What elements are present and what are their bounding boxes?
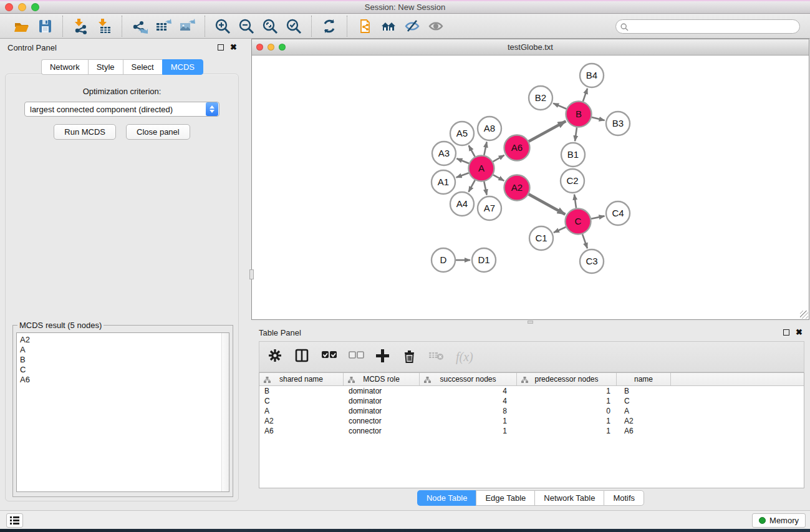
show-eye-icon[interactable] (427, 17, 445, 36)
graph-node-B4[interactable]: B4 (580, 64, 604, 87)
zoom-in-icon[interactable] (213, 17, 232, 36)
open-file-icon[interactable] (12, 17, 31, 36)
export-image-icon[interactable] (178, 17, 196, 36)
table-row[interactable]: Bdominator41B (259, 386, 804, 396)
column-header-shared-name[interactable]: shared name (259, 373, 344, 385)
graph-node-D1[interactable]: D1 (472, 248, 496, 272)
graph-node-B1[interactable]: B1 (561, 143, 585, 167)
tab-select[interactable]: Select (123, 59, 162, 75)
graph-edge-A-A6[interactable] (493, 155, 504, 162)
tab-mcds[interactable]: MCDS (162, 59, 203, 75)
task-list-button[interactable] (6, 513, 23, 528)
select-all-checks-icon[interactable] (322, 349, 338, 365)
graph-node-C4[interactable]: C4 (606, 201, 630, 225)
float-panel-icon[interactable] (218, 44, 224, 51)
run-mcds-button[interactable]: Run MCDS (54, 124, 116, 140)
tab-node-table[interactable]: Node Table (417, 490, 476, 506)
split-columns-icon[interactable] (295, 349, 311, 365)
table-close-icon[interactable]: ✖ (796, 329, 803, 336)
import-network-icon[interactable] (71, 17, 90, 36)
save-session-icon[interactable] (36, 17, 54, 36)
graph-node-C3[interactable]: C3 (580, 249, 604, 273)
network-window-titlebar[interactable]: testGlobe.txt (252, 39, 809, 56)
export-table-icon[interactable] (154, 17, 173, 36)
column-header-successor-nodes[interactable]: successor nodes (420, 373, 517, 385)
graph-node-B[interactable]: B (566, 102, 592, 127)
graph-edge-A6-B[interactable] (529, 121, 566, 141)
close-panel-button[interactable]: Close panel (126, 124, 190, 140)
delete-trash-icon[interactable] (402, 349, 418, 365)
zoom-out-icon[interactable] (237, 17, 256, 36)
vertical-splitter-handle[interactable] (249, 269, 254, 279)
graph-node-A2[interactable]: A2 (504, 175, 530, 201)
graph-node-A6[interactable]: A6 (504, 135, 530, 161)
close-panel-icon[interactable]: ✖ (230, 44, 237, 51)
graph-edge-B-B4[interactable] (583, 89, 587, 102)
graph-node-A1[interactable]: A1 (432, 170, 455, 194)
graph-edge-A-A1[interactable] (456, 173, 469, 177)
graph-node-B2[interactable]: B2 (529, 86, 552, 110)
graph-node-B3[interactable]: B3 (606, 112, 630, 135)
graph-edge-C-C1[interactable] (554, 227, 566, 233)
mcds-result-item[interactable]: B (20, 355, 229, 365)
zoom-selected-icon[interactable] (284, 17, 303, 36)
mcds-result-item[interactable]: A2 (20, 335, 229, 345)
refresh-layout-icon[interactable] (320, 17, 339, 36)
graph-edge-A-A7[interactable] (484, 181, 486, 195)
resize-grip-icon[interactable] (800, 311, 808, 319)
export-network-icon[interactable] (130, 17, 149, 36)
column-header-predecessor-nodes[interactable]: predecessor nodes (517, 373, 617, 385)
table-float-icon[interactable] (783, 329, 789, 336)
graph-node-C2[interactable]: C2 (561, 169, 584, 193)
criterion-select[interactable]: largest connected component (directed) (24, 102, 219, 117)
graph-edge-A-A2[interactable] (493, 175, 504, 181)
mcds-result-item[interactable]: C (20, 365, 229, 375)
graph-edge-B-B3[interactable] (592, 117, 605, 120)
graph-node-A4[interactable]: A4 (450, 192, 474, 216)
table-row[interactable]: A6connector11A6 (259, 426, 804, 436)
tab-network-table[interactable]: Network Table (534, 490, 604, 506)
new-network-icon[interactable] (355, 17, 374, 36)
table-row[interactable]: A2connector11A2 (259, 416, 804, 426)
tab-edge-table[interactable]: Edge Table (476, 490, 534, 506)
graph-edge-A2-C[interactable] (529, 194, 566, 214)
hide-panel-icon[interactable] (403, 17, 422, 36)
memory-button[interactable]: Memory (752, 513, 806, 528)
search-input[interactable] (615, 19, 800, 34)
graph-edge-A-A3[interactable] (456, 158, 469, 163)
tab-network[interactable]: Network (41, 59, 88, 75)
graph-node-A3[interactable]: A3 (432, 142, 456, 165)
graph-edge-B-B1[interactable] (575, 127, 577, 141)
graph-edge-B-B2[interactable] (553, 104, 566, 109)
graph-node-C[interactable]: C (566, 209, 591, 235)
graph-node-A8[interactable]: A8 (478, 117, 501, 140)
network-canvas[interactable]: B4B2BB3A8A5A6A3B1AC2A1A2A4A7C4CC1C3DD1 (252, 56, 809, 319)
tab-motifs[interactable]: Motifs (604, 490, 644, 506)
graph-edge-C-C2[interactable] (574, 195, 576, 208)
graph-node-A5[interactable]: A5 (450, 122, 474, 145)
graph-node-A[interactable]: A (469, 156, 494, 181)
graph-node-C1[interactable]: C1 (529, 226, 553, 250)
graph-edge-A-A5[interactable] (469, 145, 475, 157)
column-header-name[interactable]: name (617, 373, 671, 385)
graph-node-D[interactable]: D (432, 248, 455, 272)
column-header-MCDS-role[interactable]: MCDS role (344, 373, 420, 385)
gear-icon[interactable] (268, 349, 284, 365)
graph-edge-A-A4[interactable] (469, 180, 475, 192)
graph-edge-A-A8[interactable] (484, 142, 486, 155)
add-column-icon[interactable] (375, 349, 392, 365)
graph-edge-C-C4[interactable] (591, 216, 604, 218)
deselect-all-icon[interactable] (349, 349, 365, 365)
import-table-icon[interactable] (95, 17, 113, 36)
zoom-fit-icon[interactable] (261, 17, 279, 36)
horizontal-splitter-handle[interactable] (528, 321, 533, 324)
list-scrollbar[interactable] (221, 333, 229, 491)
home-icon[interactable] (379, 17, 398, 36)
mcds-result-item[interactable]: A (20, 345, 229, 355)
graph-edge-C-C3[interactable] (582, 234, 587, 248)
table-row[interactable]: Cdominator41C (259, 396, 804, 406)
table-row[interactable]: Adominator80A (259, 406, 804, 416)
graph-node-A7[interactable]: A7 (478, 196, 501, 220)
mcds-result-item[interactable]: A6 (20, 375, 229, 385)
tab-style[interactable]: Style (88, 59, 123, 75)
